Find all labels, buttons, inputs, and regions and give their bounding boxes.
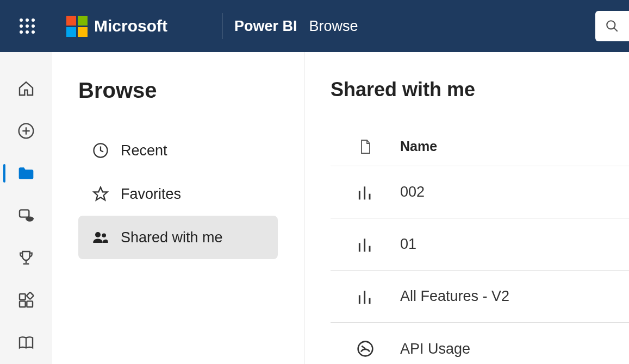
star-icon bbox=[92, 186, 109, 202]
browse-item-shared-with-me[interactable]: Shared with me bbox=[78, 216, 278, 259]
rail-data-hub[interactable] bbox=[0, 194, 52, 237]
table-row[interactable]: API Usage bbox=[331, 323, 629, 364]
report-icon bbox=[357, 288, 374, 305]
rail-apps[interactable] bbox=[0, 279, 52, 322]
svg-point-17 bbox=[102, 234, 107, 238]
svg-rect-12 bbox=[27, 292, 34, 299]
microsoft-logo[interactable]: Microsoft bbox=[66, 16, 167, 37]
row-name: API Usage bbox=[400, 341, 470, 357]
trophy-icon bbox=[17, 249, 35, 267]
browse-title: Browse bbox=[78, 78, 278, 103]
clock-icon bbox=[92, 142, 109, 159]
svg-marker-15 bbox=[94, 187, 108, 200]
left-navigation-rail bbox=[0, 52, 52, 364]
main-title: Shared with me bbox=[331, 78, 629, 101]
rail-learn[interactable] bbox=[0, 322, 52, 364]
browse-item-label: Recent bbox=[121, 142, 167, 159]
folder-icon bbox=[17, 165, 35, 182]
apps-icon bbox=[17, 292, 35, 309]
svg-rect-11 bbox=[27, 301, 33, 307]
table-row[interactable]: 002 bbox=[331, 166, 629, 218]
table-header: Name bbox=[331, 127, 629, 166]
svg-rect-5 bbox=[20, 210, 29, 217]
microsoft-brand-text: Microsoft bbox=[94, 17, 167, 35]
header-divider bbox=[222, 13, 222, 39]
rail-metrics[interactable] bbox=[0, 237, 52, 279]
book-icon bbox=[17, 334, 35, 352]
row-name: 002 bbox=[400, 184, 425, 200]
app-launcher-icon[interactable] bbox=[20, 18, 35, 34]
rail-create[interactable] bbox=[0, 110, 52, 152]
file-icon bbox=[359, 139, 372, 154]
browse-item-label: Shared with me bbox=[121, 229, 223, 246]
column-name-header[interactable]: Name bbox=[400, 139, 437, 154]
dashboard-icon bbox=[357, 340, 374, 357]
row-name: All Features - V2 bbox=[400, 288, 509, 305]
report-icon bbox=[357, 184, 374, 201]
people-icon bbox=[92, 229, 109, 246]
data-hub-icon bbox=[17, 207, 35, 224]
column-type-icon[interactable] bbox=[331, 139, 400, 154]
home-icon bbox=[17, 80, 35, 97]
plus-circle-icon bbox=[17, 122, 35, 140]
svg-line-1 bbox=[614, 28, 618, 32]
page-context: Browse bbox=[309, 18, 358, 35]
rail-browse[interactable] bbox=[0, 152, 52, 194]
report-icon bbox=[357, 236, 374, 253]
svg-rect-9 bbox=[20, 294, 26, 300]
table-row[interactable]: 01 bbox=[331, 218, 629, 271]
rail-home[interactable] bbox=[0, 67, 52, 110]
product-name[interactable]: Power BI bbox=[234, 18, 297, 35]
svg-point-16 bbox=[95, 232, 101, 237]
main-content: Shared with me Name 002 bbox=[304, 52, 629, 364]
search-button[interactable] bbox=[595, 11, 629, 41]
browse-item-recent[interactable]: Recent bbox=[78, 129, 278, 172]
row-name: 01 bbox=[400, 236, 416, 253]
browse-item-label: Favorites bbox=[121, 186, 181, 203]
search-icon bbox=[605, 19, 619, 33]
svg-point-0 bbox=[607, 21, 615, 29]
browse-item-favorites[interactable]: Favorites bbox=[78, 172, 278, 216]
browse-panel: Browse Recent Favorites Shared with me bbox=[52, 52, 304, 364]
top-navigation-bar: Microsoft Power BI Browse bbox=[0, 0, 629, 52]
table-row[interactable]: All Features - V2 bbox=[331, 271, 629, 323]
microsoft-logo-icon bbox=[66, 16, 88, 37]
svg-rect-10 bbox=[20, 301, 26, 307]
